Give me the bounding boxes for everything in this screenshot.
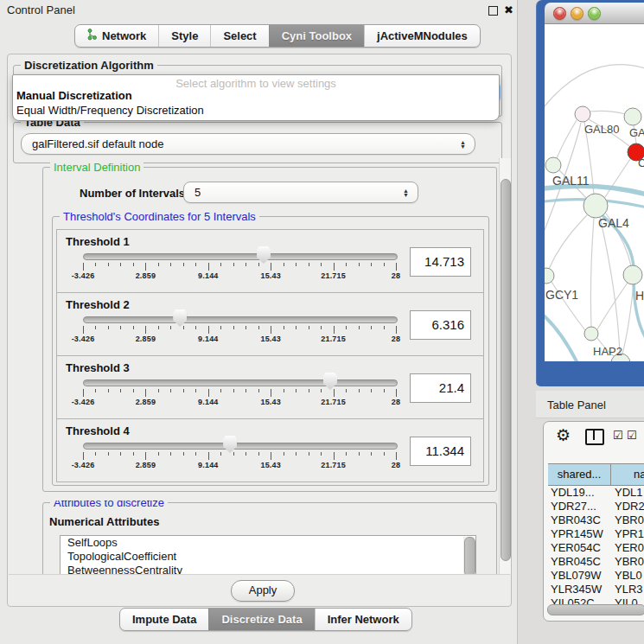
tab-network[interactable]: Network <box>75 25 158 47</box>
cell-name: YER0 <box>615 541 644 555</box>
cell-name: YDR2 <box>615 500 644 513</box>
tick-mark <box>233 326 234 329</box>
tick-mark <box>334 389 335 397</box>
slider-thumb[interactable] <box>323 373 337 390</box>
slider-track[interactable] <box>83 443 398 450</box>
tick-mark <box>396 452 397 460</box>
cell-shared-name: YBR043C <box>551 513 601 527</box>
tick-mark <box>120 452 121 456</box>
tab-cyni-toolbox[interactable]: Cyni Toolbox <box>269 25 364 47</box>
slider-track[interactable] <box>83 316 398 323</box>
table-hscrollbar[interactable] <box>547 604 644 615</box>
tick-mark <box>233 263 234 266</box>
slider-track[interactable] <box>83 253 398 260</box>
attribute-item[interactable]: SelfLoops <box>61 536 475 550</box>
threshold-value-field[interactable]: 14.713 <box>410 247 471 277</box>
tab-discretize-data[interactable]: Discretize Data <box>208 609 314 630</box>
popup-option-manual[interactable]: Manual Discretization <box>16 89 132 102</box>
tick-mark <box>108 263 109 266</box>
cell-name: YBR0 <box>615 513 644 527</box>
close-icon[interactable]: ✖ <box>504 3 513 16</box>
attribute-item[interactable]: TopologicalCoefficient <box>61 550 475 564</box>
tick-mark <box>245 389 246 392</box>
table-row[interactable]: YBR045CYBR0 <box>544 555 644 569</box>
network-canvas[interactable]: GAL80GACGAL11GAL4GCY1HHAP2 <box>545 24 644 361</box>
tick-mark <box>346 389 347 392</box>
checkbox-icon[interactable]: ☑ <box>627 429 637 442</box>
attribute-list[interactable]: SelfLoopsTopologicalCoefficientBetweenne… <box>60 535 476 574</box>
tick-mark <box>183 389 184 392</box>
tab-label: Infer Network <box>328 613 399 626</box>
panel-scrollbar[interactable] <box>499 158 511 574</box>
threshold-value-field[interactable]: 21.4 <box>410 373 471 403</box>
tick-label: 9.144 <box>198 461 219 469</box>
tick-mark <box>145 326 146 334</box>
tick-mark <box>95 452 96 456</box>
cell-name: YBL0 <box>615 569 642 583</box>
tick-mark <box>309 326 309 329</box>
network-node-green[interactable] <box>545 268 554 284</box>
algorithm-dropdown-popup: Select algorithm to view settings Manual… <box>12 74 500 121</box>
cell-name: YDL1 <box>615 486 643 500</box>
network-node-pink[interactable] <box>575 106 590 122</box>
tick-mark <box>158 389 159 392</box>
slider-track[interactable] <box>83 379 398 386</box>
slider-thumb[interactable] <box>173 309 187 327</box>
network-node-green[interactable] <box>623 265 642 284</box>
checkbox-icon[interactable]: ☑ <box>613 429 623 442</box>
tick-mark <box>359 263 360 266</box>
table-row[interactable]: YER054CYER0 <box>544 541 644 555</box>
column-header-name[interactable]: na <box>611 463 644 486</box>
tick-mark <box>170 326 171 329</box>
attribute-list-scrollbar[interactable] <box>463 537 475 574</box>
table-row[interactable]: YLR345WYLR3 <box>544 583 644 596</box>
slider-thumb[interactable] <box>257 246 271 264</box>
table-row[interactable]: YBL079WYBL0 <box>544 569 644 583</box>
tab-infer-network[interactable]: Infer Network <box>315 609 411 630</box>
restore-icon[interactable] <box>488 6 498 16</box>
table-row[interactable]: YDL19...YDL1 <box>544 486 644 500</box>
threshold-value-field[interactable]: 6.316 <box>410 310 471 340</box>
cell-shared-name: YDR27... <box>551 500 596 513</box>
tab-select[interactable]: Select <box>210 25 268 47</box>
tick-label: 2.859 <box>136 271 156 280</box>
tab-style[interactable]: Style <box>158 25 210 47</box>
zoom-light[interactable] <box>588 7 601 20</box>
table-row[interactable]: YBR043CYBR0 <box>544 513 644 527</box>
tick-label: 9.144 <box>198 335 219 343</box>
network-node-green[interactable] <box>584 327 598 341</box>
tab-impute-data[interactable]: Impute Data <box>120 609 208 630</box>
cell-shared-name: YLR345W <box>551 583 602 596</box>
tick-mark <box>346 452 347 456</box>
tick-mark <box>384 326 385 329</box>
combo-arrows-icon: ▲▼ <box>403 188 409 197</box>
threshold-value-field[interactable]: 11.344 <box>410 437 471 466</box>
network-icon <box>87 29 97 43</box>
network-view-window[interactable]: GAL80GACGAL11GAL4GCY1HHAP2 <box>536 0 644 386</box>
popup-option-equal-width[interactable]: Equal Width/Frequency Discretization <box>16 104 204 117</box>
table-row[interactable]: YPR145WYPR1 <box>544 527 644 541</box>
attribute-item[interactable]: BetweennessCentrality <box>61 564 475 574</box>
tick-mark <box>95 326 96 329</box>
attributes-group: Attributes to discretize Numerical Attri… <box>42 502 497 574</box>
network-node-green[interactable] <box>545 157 561 173</box>
tick-label: 9.144 <box>198 271 219 280</box>
columns-icon[interactable] <box>585 429 604 445</box>
column-header-shared-name[interactable]: shared... <box>548 463 611 486</box>
apply-button[interactable]: Apply <box>231 580 295 602</box>
num-intervals-label: Number of Intervals <box>80 187 185 200</box>
network-node-green[interactable] <box>583 194 608 218</box>
minimize-light[interactable] <box>571 7 583 20</box>
tab-label: Impute Data <box>132 613 196 626</box>
threshold-label: Threshold 3 <box>66 361 130 374</box>
num-intervals-combobox[interactable]: 5 ▲▼ <box>183 182 418 203</box>
slider-thumb[interactable] <box>223 436 237 453</box>
tab-jactivemnodules[interactable]: jActiveMNodules <box>364 25 480 47</box>
table-row[interactable]: YDR27...YDR2 <box>544 500 644 513</box>
tick-label: 21.715 <box>321 335 346 343</box>
network-node-green[interactable] <box>624 108 641 125</box>
table-data-combobox[interactable]: galFiltered.sif default node ▲▼ <box>21 133 475 155</box>
close-light[interactable] <box>553 7 566 20</box>
viewport-divider <box>9 574 510 575</box>
gear-icon[interactable]: ⚙ <box>556 425 571 445</box>
